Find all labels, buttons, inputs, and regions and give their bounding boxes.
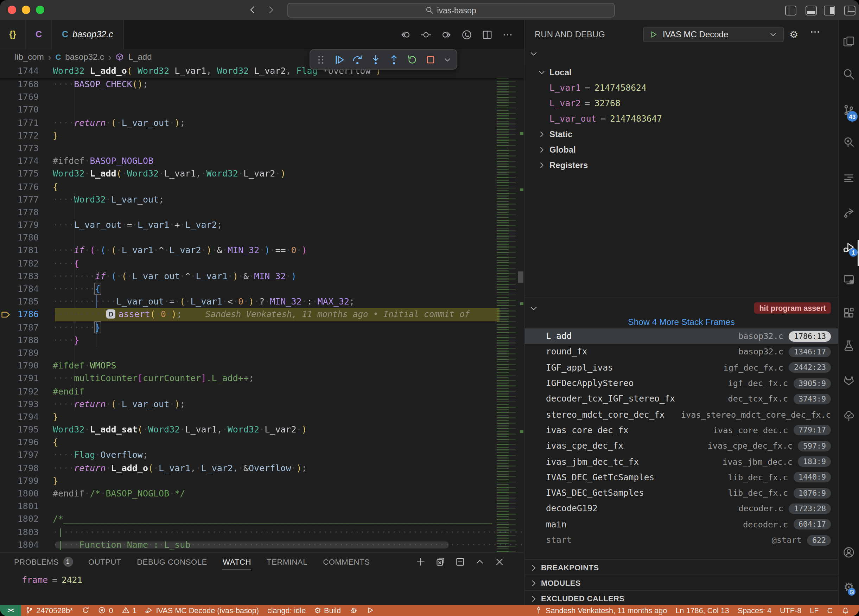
line-number[interactable]: 1781: [0, 244, 39, 257]
remove-all-watch-icon[interactable]: [436, 557, 445, 567]
status-language-mode[interactable]: C: [827, 606, 832, 614]
stack-frame-ivas_core_dec_fx[interactable]: ivas_core_dec_fxivas_core_dec.c779:17: [525, 423, 838, 438]
drag-handle-icon[interactable]: [315, 54, 326, 65]
call-stack-section-header[interactable]: [525, 303, 541, 313]
code-line[interactable]: 1786··········assert(·0·);Sandesh Venkat…: [0, 308, 524, 321]
tab-pinned-c[interactable]: C: [26, 20, 52, 49]
close-panel-icon[interactable]: [495, 557, 504, 567]
line-number[interactable]: 1800: [0, 487, 39, 500]
code-line[interactable]: 1793····return·(·L_var_out·);: [0, 398, 524, 410]
restart-icon[interactable]: [407, 54, 418, 65]
watch-expression[interactable]: frame=2421: [22, 575, 82, 585]
line-number[interactable]: 1780: [0, 232, 39, 244]
editor-scrollbar[interactable]: [518, 271, 523, 283]
code-line[interactable]: 1768····BASOP_CHECK();: [0, 78, 524, 91]
status-cursor-position[interactable]: Ln 1786, Col 13: [675, 606, 729, 614]
toggle-right-sidebar-icon[interactable]: [824, 6, 835, 16]
status-debug-session[interactable]: IVAS MC Decode (ivas-basop): [145, 606, 259, 614]
variable-scope-registers[interactable]: Registers: [525, 158, 838, 173]
line-number[interactable]: 1789: [0, 347, 39, 359]
stack-frame-IVAS_DEC_GetTcSamples[interactable]: IVAS_DEC_GetTcSampleslib_dec_fx.c1440:9: [525, 469, 838, 485]
line-number[interactable]: 1795: [0, 423, 39, 436]
share-icon[interactable]: [843, 207, 855, 219]
stack-frame-ivas_jbm_dec_tc_fx[interactable]: ivas_jbm_dec_tc_fxivas_jbm_dec.c183:9: [525, 454, 838, 470]
start-debug-icon[interactable]: [649, 30, 658, 39]
stop-icon[interactable]: [425, 54, 436, 65]
code-line[interactable]: 1800#endif·/*·BASOP_NOGLOB·*/: [0, 487, 524, 500]
maximize-panel-icon[interactable]: [475, 557, 485, 567]
todo-tree-icon[interactable]: [843, 410, 855, 422]
line-number[interactable]: 1804: [0, 539, 39, 551]
gitlens-view-icon[interactable]: [843, 172, 855, 184]
code-line[interactable]: 1803·|··································…: [0, 526, 524, 538]
horizontal-scrollbar[interactable]: [55, 541, 449, 549]
section-excluded-callers[interactable]: EXCLUDED CALLERS: [525, 590, 838, 606]
line-number[interactable]: 1771: [0, 116, 39, 129]
line-number[interactable]: 1788: [0, 334, 39, 347]
line-number[interactable]: 1802: [0, 513, 39, 526]
testing-icon[interactable]: [843, 340, 855, 352]
code-line[interactable]: 1798····return·L_add_o(·L_var1,·L_var2,·…: [0, 462, 524, 474]
code-line[interactable]: 1774#ifdef·BASOP_NOGLOB: [0, 155, 524, 167]
status-errors[interactable]: 0: [98, 606, 113, 614]
code-line[interactable]: 1794}: [0, 411, 524, 423]
status-clangd-status[interactable]: clangd: idle: [267, 606, 306, 614]
code-line[interactable]: 1787········}: [0, 321, 524, 334]
code-line[interactable]: 1770: [0, 104, 524, 116]
debug-config-dropdown[interactable]: IVAS MC Decode: [643, 27, 784, 42]
panel-tab-output[interactable]: OUTPUT: [88, 558, 121, 566]
stack-frame-ivas_cpe_dec_fx[interactable]: ivas_cpe_dec_fxivas_cpe_dec_fx.c597:9: [525, 438, 838, 454]
add-watch-icon[interactable]: [416, 557, 426, 567]
section-modules[interactable]: MODULES: [525, 574, 838, 591]
code-line[interactable]: 1802/*__________________________________…: [0, 513, 524, 526]
tab-basop32[interactable]: Cbasop32.c: [52, 20, 123, 49]
stack-frame-round_fx[interactable]: round_fxbasop32.c1346:17: [525, 344, 838, 360]
command-center-search[interactable]: ivas-basop: [287, 3, 615, 17]
stack-frame-decoder_tcx_IGF_stereo_fx[interactable]: decoder_tcx_IGF_stereo_fxdec_tcx_fx.c374…: [525, 391, 838, 407]
code-line[interactable]: 1780: [0, 232, 524, 244]
line-number[interactable]: 1793: [0, 398, 39, 410]
line-number[interactable]: 1797: [0, 449, 39, 462]
step-over-icon[interactable]: [352, 54, 363, 65]
stack-frame-IVAS_DEC_GetSamples[interactable]: IVAS_DEC_GetSampleslib_dec_fx.c1076:9: [525, 485, 838, 501]
code-line[interactable]: 1773: [0, 142, 524, 155]
code-line[interactable]: 1792#endif: [0, 385, 524, 398]
panel-tab-watch[interactable]: WATCH: [223, 558, 251, 566]
status-indentation[interactable]: Spaces: 4: [738, 606, 772, 614]
prev-change-icon[interactable]: [400, 29, 411, 40]
variable-scope-local[interactable]: Local: [525, 65, 838, 80]
stack-frame-stereo_mdct_core_dec_fx[interactable]: stereo_mdct_core_dec_fxivas_stereo_mdct_…: [525, 407, 838, 423]
line-number[interactable]: 1784: [0, 283, 39, 295]
line-number[interactable]: 1779: [0, 219, 39, 231]
breadcrumb-item[interactable]: L_add: [128, 52, 152, 62]
status-eol[interactable]: LF: [810, 606, 818, 614]
code-line[interactable]: 1776{: [0, 180, 524, 193]
close-window-button[interactable]: [8, 6, 16, 14]
variable-row[interactable]: L_var1=2147458624: [525, 80, 838, 96]
code-line[interactable]: 1795Word32·L_add_sat(·Word32·L_var1,·Wor…: [0, 423, 524, 436]
next-change-icon[interactable]: [441, 29, 452, 40]
navigate-forward-icon[interactable]: [266, 5, 276, 15]
debug-settings-gear-icon[interactable]: ⚙: [789, 29, 798, 40]
variable-row[interactable]: L_var_out=2147483647: [525, 111, 838, 126]
code-line[interactable]: 1801: [0, 500, 524, 513]
line-number[interactable]: 1774: [0, 155, 39, 167]
panel-tab-comments[interactable]: COMMENTS: [323, 558, 370, 566]
code-line[interactable]: 1781····if·(·(·(·L_var1·^·L_var2·)·&·MIN…: [0, 244, 524, 257]
code-line[interactable]: 1796{: [0, 436, 524, 449]
line-number[interactable]: 1792: [0, 385, 39, 398]
stack-frame-L_add[interactable]: L_addbasop32.c1786:13: [525, 328, 838, 344]
continue-icon[interactable]: [333, 54, 345, 65]
split-editor-icon[interactable]: [482, 29, 492, 40]
line-number[interactable]: 1773: [0, 142, 39, 155]
line-number[interactable]: 1801: [0, 500, 39, 513]
line-number[interactable]: 1769: [0, 91, 39, 103]
minimap[interactable]: [497, 65, 519, 552]
line-number[interactable]: 1772: [0, 129, 39, 142]
line-number[interactable]: 1770: [0, 104, 39, 116]
status-git-blame[interactable]: Sandesh Venkatesh, 11 months ago: [535, 606, 667, 614]
code-editor[interactable]: 1744Word32 L_add_o( Word32 L_var1, Word3…: [0, 65, 524, 552]
line-number[interactable]: 1790: [0, 359, 39, 372]
code-line[interactable]: 1777····Word32·L_var_out;: [0, 193, 524, 206]
code-line[interactable]: 1772}: [0, 129, 524, 142]
